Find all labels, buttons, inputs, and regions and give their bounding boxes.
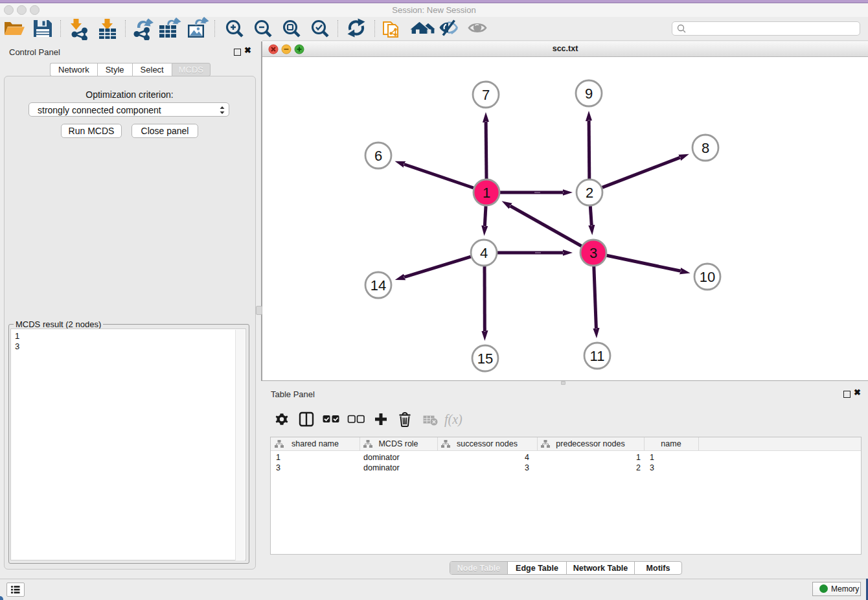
- svg-text:10: 10: [700, 269, 715, 285]
- svg-text:14: 14: [371, 277, 386, 294]
- svg-text:2: 2: [586, 185, 593, 201]
- svg-text:15: 15: [477, 351, 493, 367]
- svg-text:f(x): f(x): [444, 412, 463, 427]
- svg-text:9: 9: [585, 86, 593, 102]
- svg-text:11: 11: [590, 348, 605, 364]
- svg-text:6: 6: [374, 148, 382, 164]
- svg-text:1: 1: [483, 185, 490, 201]
- svg-text:4: 4: [480, 245, 488, 261]
- svg-text:8: 8: [702, 140, 709, 156]
- svg-text:7: 7: [482, 87, 490, 103]
- svg-text:3: 3: [589, 245, 597, 261]
